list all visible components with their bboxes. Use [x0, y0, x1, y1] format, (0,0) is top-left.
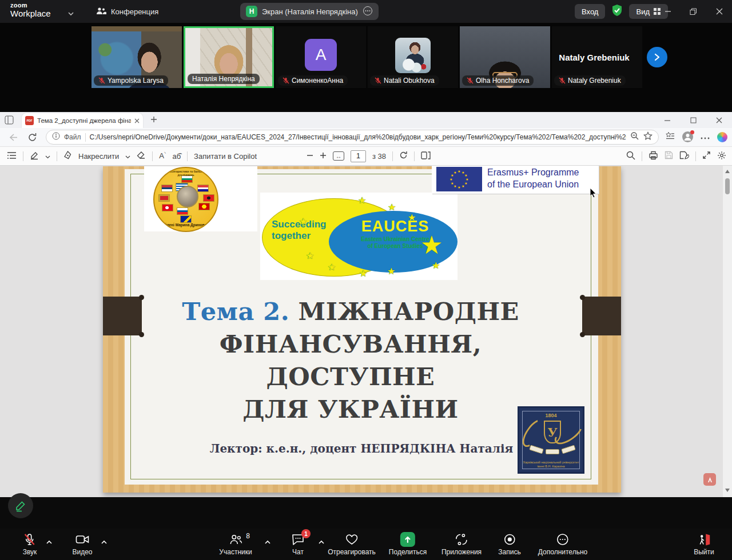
read-aloud-icon[interactable]: Aᐠ: [159, 151, 166, 160]
collections-icon[interactable]: [665, 131, 675, 143]
favorite-star-icon[interactable]: [643, 131, 653, 143]
participant-tile-grebeniuk[interactable]: Nataly Grebeniuk Nataly Grebeniuk: [552, 26, 642, 88]
slide-ribbon-right: [582, 297, 621, 335]
signin-label: Вход: [582, 7, 598, 16]
apps-button[interactable]: Приложения: [441, 532, 482, 556]
more-button[interactable]: Дополнительно: [538, 532, 587, 556]
video-button[interactable]: Видео: [72, 532, 92, 556]
close-button[interactable]: [706, 0, 732, 23]
gear-icon[interactable]: [717, 151, 726, 162]
participants-button[interactable]: 8 Участники: [219, 532, 252, 556]
participant-tile-yampolska[interactable]: Yampolska Larysa: [92, 26, 182, 88]
copilot-icon[interactable]: [717, 132, 727, 142]
fit-width-icon[interactable]: ↔: [333, 151, 344, 161]
chevron-down-icon[interactable]: [45, 152, 50, 161]
participant-name: Natali Obukhova: [384, 77, 435, 85]
video-options-chevron[interactable]: [101, 537, 108, 547]
pdf-scrollbar[interactable]: [723, 166, 732, 497]
url-field[interactable]: Файл C:/Users/nepri/OneDrive/Документи/д…: [46, 130, 659, 145]
tab-screen-label: Экран (Наталія Непрядкіна): [262, 7, 358, 16]
audio-options-chevron[interactable]: [46, 537, 53, 547]
audio-button[interactable]: Звук: [23, 532, 37, 556]
scroll-up-icon[interactable]: [725, 170, 730, 173]
tab-screen-share[interactable]: Н Экран (Наталія Непрядкіна): [240, 3, 379, 20]
new-tab-button[interactable]: [150, 115, 158, 126]
eraser-icon[interactable]: [137, 151, 146, 161]
zoom-in-icon[interactable]: [320, 152, 327, 161]
chat-options-chevron[interactable]: [318, 537, 325, 547]
pdf-file-icon: PDF: [25, 116, 34, 125]
toc-icon[interactable]: [7, 151, 17, 161]
muted-mic-icon: [559, 77, 566, 84]
signin-button[interactable]: Вход: [575, 4, 605, 19]
eauces-subtitle-line1: Eastern Ukrainian Centre: [361, 236, 429, 242]
restore-button[interactable]: [681, 0, 706, 23]
toolbar-divider: [695, 151, 696, 161]
star-icon: ★: [432, 261, 440, 270]
presentation-slide: Центр болгаристики та балканських дослід…: [103, 166, 621, 493]
participant-tile-symonenko[interactable]: A СимоненкоАнна: [276, 26, 366, 88]
chat-label: Чат: [292, 548, 304, 556]
muted-mic-icon: [375, 77, 381, 84]
zoom-out-page-icon[interactable]: [630, 131, 639, 143]
star-icon: ★: [449, 178, 452, 181]
browser-menu-icon[interactable]: [701, 132, 710, 142]
leave-button[interactable]: Выйти: [694, 532, 714, 556]
star-icon: ★: [420, 233, 443, 258]
browser-minimize-button[interactable]: [655, 112, 681, 128]
tab-conference[interactable]: Конференция: [96, 0, 158, 23]
browser-close-button[interactable]: [706, 112, 732, 128]
participant-tile-nepriadkina-active-speaker[interactable]: Наталія Непрядкіна: [184, 26, 274, 88]
text-tools-icon[interactable]: аб̂: [172, 152, 181, 161]
record-label: Запись: [498, 548, 520, 556]
browser-tab-active[interactable]: PDF Тема 2_доступні джерела фінан: [22, 113, 143, 128]
chat-button[interactable]: 1 Чат: [291, 532, 305, 556]
participants-options-chevron[interactable]: [264, 537, 271, 547]
profile-avatar[interactable]: [682, 131, 693, 142]
participant-name: Наталія Непрядкіна: [192, 75, 255, 83]
participant-tile-obukhova[interactable]: Natali Obukhova: [368, 26, 458, 88]
star-icon: ★: [453, 185, 456, 188]
search-icon[interactable]: [626, 151, 635, 162]
browser-maximize-button[interactable]: [681, 112, 706, 128]
reactions-button[interactable]: Отреагировать: [328, 532, 376, 556]
next-participants-button[interactable]: [647, 47, 667, 67]
tab-actions-icon[interactable]: [5, 115, 14, 127]
chevron-down-icon[interactable]: [125, 152, 130, 161]
tab-options-icon[interactable]: [363, 6, 373, 18]
pdf-viewport[interactable]: Центр болгаристики та балканських дослід…: [0, 166, 732, 497]
page-view-icon[interactable]: [421, 151, 431, 161]
page-number-input[interactable]: [351, 150, 366, 162]
toolbar-divider: [23, 151, 23, 161]
eauces-subtitle-line2: of European Studies: [367, 243, 423, 249]
print-icon[interactable]: [649, 151, 658, 162]
page-total-label: з 38: [372, 152, 386, 161]
scroll-down-icon[interactable]: [725, 489, 730, 492]
save-icon[interactable]: [665, 151, 673, 161]
tab-close-icon[interactable]: [134, 115, 140, 126]
ask-copilot-button[interactable]: Запитати в Copilot: [194, 152, 257, 161]
participants-label: Участники: [219, 548, 252, 556]
scrollbar-thumb[interactable]: [725, 178, 730, 194]
refresh-icon[interactable]: [27, 133, 37, 145]
acrobat-extension-button[interactable]: [703, 473, 716, 486]
record-button[interactable]: Запись: [498, 532, 520, 556]
expand-icon[interactable]: [702, 151, 711, 161]
share-screen-button[interactable]: Поделиться: [389, 532, 427, 556]
zoom-out-icon[interactable]: [307, 152, 313, 161]
draw-pen-icon[interactable]: [63, 151, 72, 161]
draw-label[interactable]: Накреслити: [78, 152, 119, 161]
highlighter-icon[interactable]: [30, 151, 39, 162]
save-as-icon[interactable]: [679, 151, 689, 162]
info-icon[interactable]: [52, 132, 60, 142]
annotation-pencil-button[interactable]: [8, 493, 33, 518]
security-shield-icon[interactable]: [611, 4, 623, 19]
rotate-icon[interactable]: [399, 151, 408, 161]
star-icon: ★: [387, 267, 395, 276]
participant-tile-honcharova[interactable]: Olha Honcharova: [460, 26, 550, 88]
back-icon[interactable]: [8, 133, 18, 145]
star-icon: ★: [466, 178, 468, 181]
minimize-button[interactable]: [655, 0, 681, 23]
chevron-down-icon[interactable]: [67, 8, 74, 18]
participant-name-label: Olha Honcharova: [462, 75, 534, 86]
